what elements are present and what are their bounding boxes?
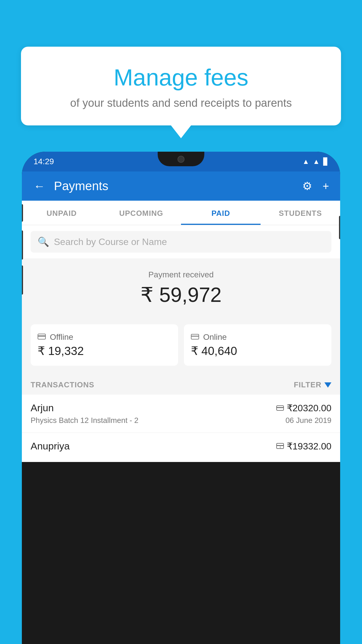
- transaction-row[interactable]: Arjun ₹20320.00 Physics Batch 12 Install…: [22, 395, 340, 433]
- svg-rect-7: [277, 445, 284, 446]
- wifi-icon: ▲: [302, 158, 309, 166]
- svg-rect-2: [191, 334, 199, 339]
- svg-text:₹: ₹: [279, 446, 281, 449]
- filter-icon: [324, 382, 331, 388]
- tabs-bar: UNPAID UPCOMING PAID STUDENTS: [22, 201, 340, 225]
- speech-bubble: Manage fees of your students and send re…: [21, 47, 341, 125]
- transaction-amount: ₹20320.00: [276, 402, 331, 414]
- offline-label: Offline: [50, 332, 73, 342]
- side-button-left-2: [22, 230, 23, 260]
- status-icons: ▲ ▲ ▊: [302, 158, 328, 166]
- offline-payment-icon-2: ₹: [276, 441, 284, 452]
- online-label: Online: [203, 332, 227, 342]
- payment-received-section: Payment received ₹ 59,972: [22, 258, 340, 324]
- online-amount: ₹ 40,640: [191, 344, 324, 358]
- tab-upcoming[interactable]: UPCOMING: [101, 201, 181, 225]
- search-section: 🔍 Search by Course or Name: [22, 225, 340, 258]
- signal-icon: ▲: [313, 158, 320, 166]
- svg-rect-1: [38, 335, 45, 337]
- header-icons: ⚙ +: [300, 177, 331, 195]
- payment-received-label: Payment received: [31, 270, 331, 279]
- transaction-course: Physics Batch 12 Installment - 2: [31, 416, 138, 425]
- transaction-amount-2: ₹ ₹19332.00: [276, 441, 331, 452]
- online-icon: [191, 332, 199, 342]
- tab-unpaid[interactable]: UNPAID: [22, 201, 101, 225]
- online-card: Online ₹ 40,640: [184, 324, 331, 366]
- bubble-subtitle: of your students and send receipts to pa…: [38, 97, 324, 109]
- search-input[interactable]: Search by Course or Name: [54, 237, 167, 247]
- app-header: ← Payments ⚙ +: [22, 172, 340, 201]
- online-card-header: Online: [191, 332, 324, 342]
- status-bar: 14:29 ▲ ▲ ▊: [22, 152, 340, 172]
- svg-rect-3: [191, 336, 199, 337]
- offline-card: Offline ₹ 19,332: [31, 324, 178, 366]
- offline-amount: ₹ 19,332: [38, 344, 171, 358]
- notch: [158, 152, 204, 166]
- transaction-row-bottom: Physics Batch 12 Installment - 2 06 June…: [31, 416, 331, 425]
- back-button[interactable]: ←: [31, 177, 48, 196]
- transaction-date: 06 June 2019: [285, 416, 331, 425]
- side-button-left-3: [22, 265, 23, 295]
- filter-button[interactable]: FILTER: [294, 380, 331, 389]
- offline-icon: [38, 332, 46, 342]
- tab-paid[interactable]: PAID: [181, 201, 261, 225]
- search-input-wrap[interactable]: 🔍 Search by Course or Name: [31, 231, 331, 253]
- add-button[interactable]: +: [320, 178, 331, 195]
- transactions-label: TRANSACTIONS: [31, 380, 94, 389]
- gear-button[interactable]: ⚙: [300, 177, 314, 195]
- payment-amount: ₹ 59,972: [31, 283, 331, 307]
- bubble-title: Manage fees: [38, 64, 324, 91]
- transaction-row-2-top: Anupriya ₹ ₹19332.00: [31, 440, 331, 452]
- transactions-header: TRANSACTIONS FILTER: [22, 374, 340, 395]
- transaction-row-top: Arjun ₹20320.00: [31, 402, 331, 414]
- transaction-name: Arjun: [31, 402, 54, 414]
- search-icon: 🔍: [38, 236, 49, 247]
- transaction-row-2[interactable]: Anupriya ₹ ₹19332.00: [22, 433, 340, 462]
- header-title: Payments: [54, 179, 294, 193]
- svg-rect-5: [277, 407, 284, 408]
- online-payment-icon: [276, 402, 284, 413]
- phone-frame: 14:29 ▲ ▲ ▊ ← Payments ⚙ + UNPAID UPCOMI…: [22, 152, 340, 644]
- tab-students[interactable]: STUDENTS: [261, 201, 340, 225]
- screen-content: 🔍 Search by Course or Name Payment recei…: [22, 225, 340, 462]
- offline-card-header: Offline: [38, 332, 171, 342]
- battery-icon: ▊: [323, 158, 328, 166]
- payment-cards: Offline ₹ 19,332 Online ₹ 40,640: [22, 324, 340, 374]
- transaction-name-2: Anupriya: [31, 440, 70, 452]
- camera: [178, 156, 184, 163]
- status-time: 14:29: [34, 157, 54, 166]
- filter-label: FILTER: [294, 380, 321, 389]
